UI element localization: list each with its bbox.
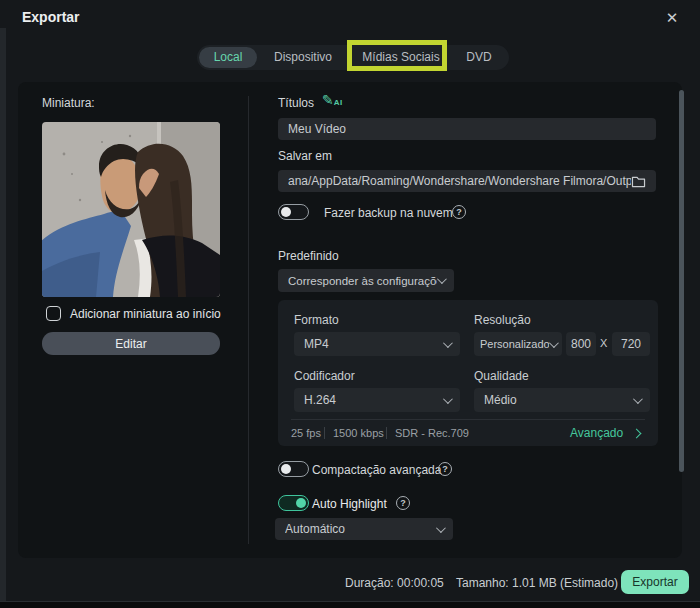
- resolution-dropdown[interactable]: Personalizado: [474, 332, 562, 356]
- thumbnail-preview-image[interactable]: [42, 122, 220, 297]
- save-path-value: ana/AppData/Roaming/Wondershare/Wondersh…: [288, 174, 631, 188]
- advanced-link[interactable]: Avançado: [570, 426, 640, 440]
- auto-highlight-mode-value: Automático: [285, 522, 436, 536]
- add-thumbnail-label: Adicionar miniatura ao início: [70, 307, 221, 321]
- chevron-down-icon: [633, 394, 643, 404]
- chevron-right-icon: [632, 428, 642, 438]
- title-input[interactable]: Meu Vídeo: [278, 118, 656, 140]
- chevron-down-icon: [549, 338, 559, 348]
- add-thumbnail-row: Adicionar miniatura ao início: [46, 306, 221, 321]
- resolution-height-input[interactable]: 720: [612, 332, 650, 356]
- preset-label: Predefinido: [278, 249, 339, 263]
- duration-value: 00:00:05: [397, 576, 444, 590]
- auto-highlight-toggle[interactable]: [278, 495, 309, 511]
- add-thumbnail-checkbox[interactable]: [46, 306, 61, 321]
- chevron-down-icon: [443, 338, 453, 348]
- tab-dispositivo[interactable]: Dispositivo: [257, 47, 349, 68]
- resolution-width-value: 800: [571, 337, 591, 351]
- close-icon[interactable]: ✕: [660, 6, 684, 30]
- card-divider: [291, 419, 645, 420]
- encoder-dropdown[interactable]: H.264: [294, 388, 460, 412]
- export-dialog: Exportar ✕ Local Dispositivo Mídias Soci…: [0, 0, 700, 608]
- tab-midias-sociais[interactable]: Mídias Sociais: [349, 47, 453, 68]
- fps-info: 25 fps: [291, 427, 321, 439]
- auto-highlight-label: Auto Highlight: [312, 497, 387, 511]
- resolution-label: Resolução: [474, 313, 531, 327]
- info-separator: [386, 427, 387, 439]
- save-to-label: Salvar em: [278, 149, 332, 163]
- resolution-width-input[interactable]: 800: [566, 332, 596, 356]
- bitrate-info: 1500 kbps: [333, 427, 384, 439]
- format-settings-card: Formato MP4 Resolução Personalizado 800 …: [278, 300, 658, 446]
- export-button[interactable]: Exportar: [621, 570, 689, 594]
- folder-browse-icon[interactable]: [631, 175, 646, 188]
- quality-label: Qualidade: [474, 369, 529, 383]
- edit-thumbnail-button[interactable]: Editar: [42, 332, 220, 355]
- encoder-value: H.264: [304, 393, 443, 407]
- advanced-compression-label: Compactação avançada: [312, 463, 441, 477]
- colorspace-info: SDR - Rec.709: [395, 427, 469, 439]
- dialog-title: Exportar: [22, 9, 80, 25]
- tab-local[interactable]: Local: [199, 47, 257, 68]
- scrollbar-thumb[interactable]: [679, 90, 684, 472]
- resolution-separator: X: [600, 337, 607, 349]
- size-label: Tamanho:: [456, 576, 509, 590]
- duration-label: Duração:: [345, 576, 394, 590]
- size-text: Tamanho: 1.01 MB (Estimado): [456, 576, 618, 590]
- advanced-compression-help-icon[interactable]: ?: [438, 462, 452, 476]
- encoder-label: Codificador: [294, 369, 355, 383]
- quality-dropdown[interactable]: Médio: [474, 388, 650, 412]
- cloud-backup-toggle[interactable]: [278, 204, 309, 220]
- preset-value: Corresponder às configurações...: [288, 275, 437, 287]
- quality-value: Médio: [484, 393, 633, 407]
- panel-divider: [248, 96, 249, 544]
- advanced-link-label: Avançado: [570, 426, 623, 440]
- chevron-down-icon: [436, 523, 446, 533]
- chevron-down-icon: [437, 274, 447, 284]
- size-value: 1.01 MB (Estimado): [512, 576, 618, 590]
- auto-highlight-help-icon[interactable]: ?: [396, 496, 410, 510]
- resolution-value: Personalizado: [480, 338, 549, 350]
- thumbnail-section-label: Miniatura:: [42, 96, 95, 110]
- window-edge-bottom: [0, 601, 700, 608]
- save-path-input[interactable]: ana/AppData/Roaming/Wondershare/Wondersh…: [278, 170, 656, 192]
- format-dropdown[interactable]: MP4: [294, 332, 460, 356]
- resolution-height-value: 720: [621, 337, 641, 351]
- export-target-tabs: Local Dispositivo Mídias Sociais DVD: [197, 45, 509, 70]
- advanced-compression-toggle[interactable]: [278, 461, 309, 477]
- content-panel: Miniatura:: [18, 82, 682, 558]
- format-label: Formato: [294, 313, 339, 327]
- duration-text: Duração: 00:00:05: [345, 576, 444, 590]
- chevron-down-icon: [443, 394, 453, 404]
- format-value: MP4: [304, 337, 443, 351]
- titles-label: Títulos: [278, 96, 314, 110]
- cloud-backup-label: Fazer backup na nuvem: [324, 206, 453, 220]
- ai-pencil-icon[interactable]: ✎AI: [322, 92, 343, 108]
- title-input-value: Meu Vídeo: [288, 122, 646, 136]
- info-separator: [324, 427, 325, 439]
- preset-dropdown[interactable]: Corresponder às configurações...: [278, 269, 454, 292]
- tab-dvd[interactable]: DVD: [453, 47, 505, 68]
- auto-highlight-mode-dropdown[interactable]: Automático: [275, 518, 453, 540]
- cloud-backup-help-icon[interactable]: ?: [452, 205, 466, 219]
- couple-kissing-illustration: [42, 122, 220, 297]
- window-edge-left: [0, 28, 6, 601]
